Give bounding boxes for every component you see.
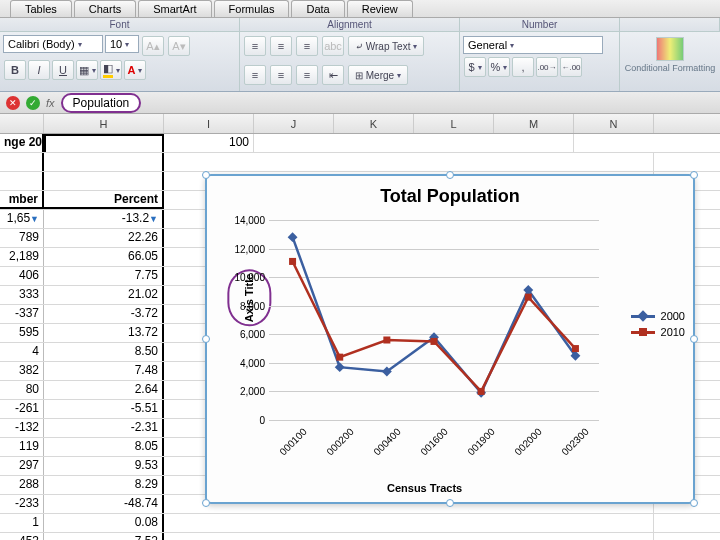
font-name-select[interactable]: Calibri (Body) xyxy=(3,35,103,53)
cell-percent[interactable]: 66.05 xyxy=(44,248,164,266)
decrease-font-icon[interactable]: A▾ xyxy=(168,36,190,56)
cell-percent[interactable]: -13.2▼ xyxy=(44,210,164,228)
resize-handle[interactable] xyxy=(202,499,210,507)
cell-percent[interactable]: -5.51 xyxy=(44,400,164,418)
cell-percent[interactable]: -2.31 xyxy=(44,419,164,437)
formula-bar: ✕ ✓ fx Population xyxy=(0,92,720,114)
cell-percent[interactable]: 7.75 xyxy=(44,267,164,285)
cell-percent[interactable]: 8.05 xyxy=(44,438,164,456)
cell-percent[interactable]: 7.52 xyxy=(44,533,164,540)
cell-percent[interactable]: 7.48 xyxy=(44,362,164,380)
conditional-formatting-button[interactable]: Conditional Formatting xyxy=(620,32,720,91)
plot-area[interactable]: 02,0004,0006,0008,00010,00012,00014,0000… xyxy=(269,220,599,420)
cell-number[interactable]: 595 xyxy=(0,324,44,342)
tab-charts[interactable]: Charts xyxy=(74,0,136,17)
formula-input[interactable]: Population xyxy=(61,93,142,113)
cell-number[interactable]: -132 xyxy=(0,419,44,437)
resize-handle[interactable] xyxy=(446,499,454,507)
fill-color-button[interactable]: ◧ xyxy=(100,60,122,80)
cell-number[interactable]: 333 xyxy=(0,286,44,304)
cell-number[interactable]: 1,65▼ xyxy=(0,210,44,228)
cell-percent[interactable]: 8.29 xyxy=(44,476,164,494)
cell-number[interactable]: -261 xyxy=(0,400,44,418)
cell-percent[interactable]: -48.74 xyxy=(44,495,164,513)
dec-inc-button[interactable]: .00→ xyxy=(536,57,558,77)
svg-rect-0 xyxy=(288,232,298,242)
italic-button[interactable]: I xyxy=(28,60,50,80)
border-button[interactable]: ▦ xyxy=(76,60,98,80)
chart-legend[interactable]: 2000 2010 xyxy=(631,306,685,342)
tab-smartart[interactable]: SmartArt xyxy=(138,0,211,17)
cell-number[interactable]: -233 xyxy=(0,495,44,513)
resize-handle[interactable] xyxy=(690,335,698,343)
align-center-icon[interactable]: ≡ xyxy=(270,65,292,85)
cell-percent[interactable]: 9.53 xyxy=(44,457,164,475)
svg-rect-11 xyxy=(478,388,485,395)
svg-rect-10 xyxy=(431,338,438,345)
spreadsheet: H I J K L M N nge 2000-2010 100 mber Per… xyxy=(0,114,720,540)
cell-percent[interactable]: 0.08 xyxy=(44,514,164,532)
col-I[interactable]: I xyxy=(164,114,254,133)
col-K[interactable]: K xyxy=(334,114,414,133)
cell-percent[interactable]: 8.50 xyxy=(44,343,164,361)
group-label-empty xyxy=(620,18,720,31)
cell-number[interactable]: -337 xyxy=(0,305,44,323)
tab-formulas[interactable]: Formulas xyxy=(214,0,290,17)
cell-percent[interactable]: -3.72 xyxy=(44,305,164,323)
cancel-icon[interactable]: ✕ xyxy=(6,96,20,110)
orientation-icon[interactable]: abc xyxy=(322,36,344,56)
wrap-text-button[interactable]: ⤶ Wrap Text xyxy=(348,36,424,56)
tab-tables[interactable]: Tables xyxy=(10,0,72,17)
cell-number[interactable]: 453 xyxy=(0,533,44,540)
percent-button[interactable]: % xyxy=(488,57,510,77)
align-left-icon[interactable]: ≡ xyxy=(244,65,266,85)
resize-handle[interactable] xyxy=(446,171,454,179)
svg-rect-9 xyxy=(383,337,390,344)
resize-handle[interactable] xyxy=(202,171,210,179)
cell-number[interactable]: 288 xyxy=(0,476,44,494)
col-H[interactable]: H xyxy=(44,114,164,133)
col-N[interactable]: N xyxy=(574,114,654,133)
currency-button[interactable]: $ xyxy=(464,57,486,77)
cell-percent[interactable]: 13.72 xyxy=(44,324,164,342)
cell-number[interactable]: 406 xyxy=(0,267,44,285)
col-J[interactable]: J xyxy=(254,114,334,133)
cell-number[interactable]: 297 xyxy=(0,457,44,475)
align-top-icon[interactable]: ≡ xyxy=(244,36,266,56)
col-M[interactable]: M xyxy=(494,114,574,133)
cell-number[interactable]: 789 xyxy=(0,229,44,247)
comma-button[interactable]: , xyxy=(512,57,534,77)
group-label-alignment: Alignment xyxy=(240,18,460,31)
col-L[interactable]: L xyxy=(414,114,494,133)
tab-data[interactable]: Data xyxy=(291,0,344,17)
cell-number[interactable]: 119 xyxy=(0,438,44,456)
align-bot-icon[interactable]: ≡ xyxy=(296,36,318,56)
cell-number[interactable]: 1 xyxy=(0,514,44,532)
dec-dec-button[interactable]: ←.00 xyxy=(560,57,582,77)
number-format-select[interactable]: General xyxy=(463,36,603,54)
cell-number[interactable]: 4 xyxy=(0,343,44,361)
cell-number[interactable]: 382 xyxy=(0,362,44,380)
resize-handle[interactable] xyxy=(690,499,698,507)
cell-number[interactable]: 2,189 xyxy=(0,248,44,266)
font-size-select[interactable]: 10 xyxy=(105,35,139,53)
cell-percent[interactable]: 21.02 xyxy=(44,286,164,304)
underline-button[interactable]: U xyxy=(52,60,74,80)
merge-button[interactable]: ⊞ Merge xyxy=(348,65,408,85)
align-right-icon[interactable]: ≡ xyxy=(296,65,318,85)
fx-label[interactable]: fx xyxy=(46,97,55,109)
bold-button[interactable]: B xyxy=(4,60,26,80)
tab-review[interactable]: Review xyxy=(347,0,413,17)
cell-percent[interactable]: 2.64 xyxy=(44,381,164,399)
chart-title[interactable]: Total Population xyxy=(207,176,693,211)
accept-icon[interactable]: ✓ xyxy=(26,96,40,110)
cell-number[interactable]: 80 xyxy=(0,381,44,399)
cell-percent[interactable]: 22.26 xyxy=(44,229,164,247)
resize-handle[interactable] xyxy=(690,171,698,179)
font-color-button[interactable]: A xyxy=(124,60,146,80)
align-mid-icon[interactable]: ≡ xyxy=(270,36,292,56)
increase-font-icon[interactable]: A▴ xyxy=(142,36,164,56)
chart-object[interactable]: Total Population Axis Title 02,0004,0006… xyxy=(205,174,695,504)
indent-dec-icon[interactable]: ⇤ xyxy=(322,65,344,85)
resize-handle[interactable] xyxy=(202,335,210,343)
